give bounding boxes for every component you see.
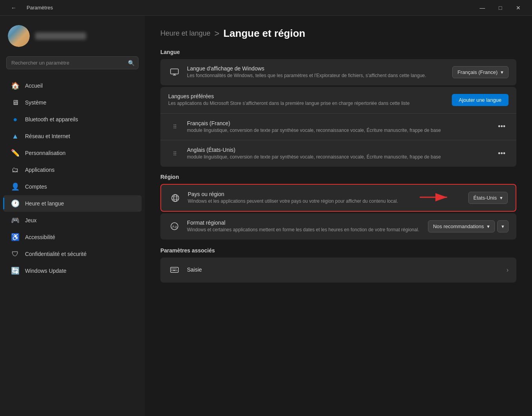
- sidebar-item-reseau[interactable]: ▲ Réseau et Internet: [3, 128, 142, 144]
- sidebar-item-comptes[interactable]: 👤 Comptes: [3, 178, 142, 195]
- maximize-button[interactable]: □: [491, 0, 509, 16]
- system-icon: 🖥: [11, 98, 20, 107]
- langue-display-text: Langue d'affichage de Windows Les foncti…: [187, 65, 446, 79]
- svg-point-6: [174, 194, 177, 202]
- breadcrumb-separator: >: [214, 29, 219, 39]
- format-icon: A あ: [168, 220, 181, 232]
- langues-preferees-row: Langues préférées Les applications du Mi…: [160, 87, 516, 113]
- close-button[interactable]: ✕: [509, 0, 527, 16]
- svg-rect-15: [174, 268, 175, 269]
- svg-rect-17: [172, 270, 173, 271]
- titlebar: ← Paramètres — □ ✕: [0, 0, 532, 16]
- langues-preferees-card: Langues préférées Les applications du Mi…: [160, 87, 516, 167]
- langue-display-row: Langue d'affichage de Windows Les foncti…: [160, 59, 516, 85]
- format-dropdown[interactable]: Nos recommandations ▾: [428, 220, 495, 232]
- home-icon: 🏠: [11, 81, 20, 90]
- svg-rect-14: [173, 268, 174, 269]
- accessibility-icon: ♿: [11, 233, 20, 241]
- sidebar-item-systeme[interactable]: 🖥 Système: [3, 94, 142, 111]
- svg-rect-16: [176, 268, 176, 269]
- langues-preferees-text: Langues préférées Les applications du Mi…: [168, 93, 446, 107]
- update-icon: 🔄: [11, 267, 20, 275]
- sidebar-item-label: Confidentialité et sécurité: [25, 251, 86, 257]
- sidebar-item-accessibilite[interactable]: ♿ Accessibilité: [3, 229, 142, 245]
- time-icon: 🕐: [11, 199, 20, 208]
- saisie-text: Saisie: [187, 267, 500, 274]
- pays-control: États-Unis ▾: [468, 192, 508, 204]
- accounts-icon: 👤: [11, 182, 20, 191]
- saisie-title: Saisie: [187, 267, 500, 273]
- pays-dropdown[interactable]: États-Unis ▾: [468, 192, 508, 204]
- sidebar-item-bluetooth[interactable]: ● Bluetooth et appareils: [3, 111, 142, 128]
- region-section: Région: [160, 174, 516, 212]
- search-box: 🔍: [6, 56, 138, 69]
- format-row: A あ Format régional Windows et certaines…: [160, 213, 516, 240]
- profile-name: [35, 32, 86, 40]
- langues-preferees-desc: Les applications du Microsoft Store s'af…: [168, 100, 446, 107]
- langues-preferees-title: Langues préférées: [168, 93, 446, 99]
- anglais-desc: module linguistique, conversion de texte…: [187, 154, 489, 160]
- format-expand-button[interactable]: ▾: [497, 220, 509, 232]
- pays-row: Pays ou région Windows et les applicatio…: [161, 185, 516, 211]
- francais-more-button[interactable]: •••: [495, 121, 509, 132]
- sidebar-item-label: Réseau et Internet: [25, 133, 70, 139]
- breadcrumb-parent: Heure et langue: [160, 29, 210, 38]
- sidebar-item-confidentialite[interactable]: 🛡 Confidentialité et sécurité: [3, 246, 142, 262]
- francais-desc: module linguistique, conversion de texte…: [187, 127, 489, 134]
- svg-rect-0: [171, 69, 178, 74]
- sidebar-item-label: Bluetooth et appareils: [25, 116, 78, 122]
- format-desc: Windows et certaines applications metten…: [187, 227, 422, 233]
- sidebar-item-label: Jeux: [25, 217, 37, 223]
- back-button[interactable]: ←: [5, 0, 23, 16]
- langues-preferees-control: Ajouter une langue: [452, 94, 509, 106]
- pays-title: Pays ou région: [188, 191, 462, 197]
- langue-display-title: Langue d'affichage de Windows: [187, 65, 446, 72]
- network-icon: ▲: [11, 132, 20, 140]
- langue-display-control: Français (France) ▾: [452, 66, 509, 78]
- titlebar-controls: — □ ✕: [473, 0, 527, 16]
- format-card: A あ Format régional Windows et certaines…: [160, 213, 516, 240]
- main-content: Heure et langue > Langue et région Langu…: [145, 16, 532, 416]
- francais-text: Français (France) module linguistique, c…: [187, 120, 489, 134]
- sidebar-item-personnalisation[interactable]: ✏️ Personnalisation: [3, 145, 142, 161]
- sidebar-item-update[interactable]: 🔄 Windows Update: [3, 263, 142, 279]
- personalization-icon: ✏️: [11, 149, 20, 157]
- sidebar-item-label: Applications: [25, 167, 55, 173]
- avatar-image: [8, 25, 30, 47]
- apps-icon: 🗂: [11, 166, 20, 174]
- sidebar-item-heure[interactable]: 🕐 Heure et langue: [3, 195, 142, 212]
- privacy-icon: 🛡: [11, 250, 20, 258]
- francais-row: ⠿ Français (France) module linguistique,…: [160, 114, 516, 140]
- sidebar-item-applications[interactable]: 🗂 Applications: [3, 162, 142, 178]
- sidebar-item-label: Heure et langue: [25, 200, 64, 207]
- region-box: Pays ou région Windows et les applicatio…: [160, 184, 516, 212]
- breadcrumb-current: Langue et région: [223, 27, 305, 40]
- breadcrumb: Heure et langue > Langue et région: [160, 27, 516, 40]
- sidebar-item-accueil[interactable]: 🏠 Accueil: [3, 77, 142, 94]
- sidebar-item-label: Système: [25, 99, 46, 106]
- pays-desc: Windows et les applications peuvent util…: [188, 198, 462, 205]
- svg-point-5: [172, 194, 179, 202]
- svg-rect-18: [173, 270, 176, 271]
- add-language-button[interactable]: Ajouter une langue: [452, 94, 509, 106]
- sidebar-item-jeux[interactable]: 🎮 Jeux: [3, 212, 142, 229]
- saisie-row[interactable]: Saisie ›: [160, 258, 516, 283]
- svg-rect-13: [172, 268, 173, 269]
- langue-display-card: Langue d'affichage de Windows Les foncti…: [160, 59, 516, 85]
- format-title: Format régional: [187, 220, 422, 226]
- minimize-button[interactable]: —: [473, 0, 491, 16]
- grid-icon-en: ⠿: [168, 148, 181, 160]
- anglais-more-button[interactable]: •••: [495, 148, 509, 159]
- grid-icon-fr: ⠿: [168, 121, 181, 133]
- langue-display-dropdown[interactable]: Français (France) ▾: [452, 66, 509, 78]
- anglais-title: Anglais (États-Unis): [187, 147, 489, 153]
- search-input[interactable]: [6, 56, 138, 69]
- svg-rect-12: [171, 267, 178, 272]
- anglais-text: Anglais (États-Unis) module linguistique…: [187, 147, 489, 160]
- sidebar-item-label: Windows Update: [25, 268, 66, 274]
- app-layout: 🔍 🏠 Accueil 🖥 Système ● Bluetooth et app…: [0, 16, 532, 416]
- format-control: Nos recommandations ▾ ▾: [428, 220, 509, 232]
- langue-display-desc: Les fonctionnalités de Windows, telles q…: [187, 72, 446, 79]
- svg-text:A: A: [172, 225, 174, 229]
- sidebar-item-label: Accessibilité: [25, 234, 55, 240]
